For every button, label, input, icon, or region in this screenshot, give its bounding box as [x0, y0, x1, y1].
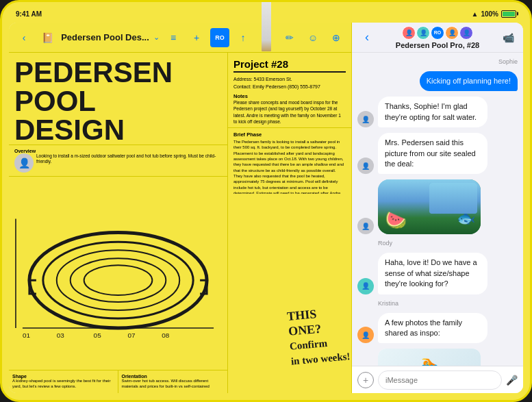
- notes-panel: ‹ 📔 Pedersen Pool Des... ⌄ ≡ + RO ↑ ✂ ✏ …: [9, 23, 352, 393]
- project-address: Address: 5433 Emerson St. Contact: Emily…: [233, 75, 346, 90]
- battery-fill: [503, 12, 515, 16]
- overview-avatar: 👤: [14, 153, 34, 173]
- sender-label-sophie: Sophie: [357, 58, 518, 65]
- message-thanks: 👤 Thanks, Sophie! I'm glad they're optin…: [357, 97, 518, 127]
- svg-point-2: [57, 250, 179, 310]
- battery-percent: 100%: [481, 10, 498, 18]
- screen: ‹ 📔 Pedersen Pool Des... ⌄ ≡ + RO ↑ ✂ ✏ …: [9, 23, 523, 393]
- emoji-icon[interactable]: ☺: [303, 28, 322, 47]
- add-attachment-button[interactable]: +: [357, 372, 374, 388]
- notes-text: Please share concepts and mood board ins…: [233, 99, 346, 124]
- messages-toolbar: ‹ 👤 👤 RO 👤 👤 Pedersen Pool Pro, #28 📹: [352, 23, 523, 53]
- share-icon[interactable]: ↑: [233, 28, 253, 47]
- attachment-thumbnail: 🏊: [378, 349, 481, 366]
- watermelon-emoji: 🍉: [385, 210, 407, 231]
- pool-title-line3: DESIGN: [14, 116, 222, 145]
- shape-text: A kidney-shaped pool is seemingly the be…: [12, 379, 114, 390]
- svg-text:07: 07: [127, 331, 136, 339]
- wifi-icon: ▲: [472, 10, 479, 18]
- bubble-thanks: Thanks, Sophie! I'm glad they're opting …: [378, 97, 487, 127]
- avatar-3: 👤: [445, 26, 459, 40]
- ro-badge: RO: [210, 28, 229, 47]
- notebook-icon[interactable]: 📔: [38, 28, 57, 47]
- messages-back-button[interactable]: ‹: [357, 28, 377, 47]
- input-bar: + 🎤: [352, 366, 523, 393]
- avatar-kristina: 👤: [357, 327, 374, 343]
- messages-group-title: Pedersen Pool Pro, #28: [396, 41, 479, 49]
- apple-pencil: [262, 0, 271, 51]
- notes-toolbar: ‹ 📔 Pedersen Pool Des... ⌄ ≡ + RO ↑ ✂ ✏ …: [9, 23, 351, 53]
- more-icon[interactable]: ⊕: [327, 28, 346, 47]
- svg-text:08: 08: [162, 331, 170, 339]
- messages-panel: ‹ 👤 👤 RO 👤 👤 Pedersen Pool Pro, #28 📹: [352, 23, 523, 393]
- bubble-pedersen: Mrs. Pedersen said this picture from our…: [378, 133, 487, 174]
- status-time: 9:41 AM: [16, 10, 42, 18]
- svg-point-1: [43, 242, 193, 318]
- message-image: 👤 🍉 🐟: [357, 179, 518, 234]
- sender-label-rody: Rody: [378, 240, 518, 247]
- avatar-4: 👤: [459, 26, 473, 40]
- messages-title-area: 👤 👤 RO 👤 👤 Pedersen Pool Pro, #28: [379, 26, 496, 49]
- svg-text:01: 01: [23, 331, 31, 339]
- message-pedersen: 👤 Mrs. Pedersen said this picture from o…: [357, 133, 518, 174]
- overview-label: Overview: [14, 149, 222, 153]
- notes-title: Pedersen Pool Des...: [61, 32, 149, 42]
- message-input[interactable]: [378, 370, 502, 390]
- video-call-button[interactable]: 📹: [498, 28, 518, 47]
- pool-illustration: 01 03 05 07 08: [9, 177, 227, 370]
- project-number: Project #28: [233, 58, 346, 73]
- list-icon[interactable]: ≡: [164, 28, 183, 47]
- bubble-kristina: A few photos the family shared as inspo:: [378, 313, 487, 344]
- avatar-image: 👤: [357, 218, 374, 234]
- avatar-1: 👤: [402, 26, 416, 40]
- microphone-icon[interactable]: 🎤: [506, 375, 518, 386]
- marker-icon[interactable]: ✏: [280, 28, 299, 47]
- pool-title-line2: POOL: [14, 87, 222, 116]
- sender-label-kristina: Kristina: [378, 300, 518, 307]
- svg-point-4: [84, 265, 153, 295]
- avatar-incoming-1: 👤: [357, 111, 374, 127]
- avatar-2: 👤: [416, 26, 430, 40]
- pool-title-line1: PEDERSEN: [14, 58, 222, 87]
- avatar-incoming-2: 👤: [357, 158, 374, 174]
- notes-label: Notes: [233, 93, 346, 99]
- ipad-frame: 9:41 AM ▲ 100% ‹ 📔 Pedersen Pool Des... …: [0, 0, 532, 402]
- brief-phase-label: Brief Phase: [233, 131, 346, 138]
- ro-avatar: RO: [431, 26, 444, 40]
- bubble-rody: Haha, love it! Do we have a sense of wha…: [378, 253, 487, 294]
- svg-text:03: 03: [57, 331, 65, 339]
- shape-label: Shape: [12, 374, 114, 379]
- orientation-text: Swim-over hot tub access. Will discuss d…: [122, 379, 225, 390]
- overview-text: Looking to install a m-sized outdoor sal…: [36, 153, 222, 165]
- bubble-kicking-off: Kicking off planning here!: [420, 71, 518, 91]
- image-bubble[interactable]: 🍉 🐟: [378, 179, 481, 234]
- chevron-icon[interactable]: ⌄: [153, 33, 160, 42]
- message-kicking-off: Kicking off planning here!: [357, 71, 518, 91]
- pool-image: 🍉 🐟: [378, 179, 481, 234]
- brief-phase-text: The Pedersen family is looking to instal…: [233, 139, 346, 194]
- attachment-bubble[interactable]: 🏊 12 Photos (9 Saved): [378, 349, 481, 366]
- svg-text:05: 05: [94, 331, 102, 339]
- avatar-rody: 👤: [357, 278, 374, 294]
- notes-content: PEDERSEN POOL DESIGN Overview 👤 Looking …: [9, 53, 351, 393]
- battery-icon: [501, 10, 516, 18]
- message-kristina: 👤 A few photos the family shared as insp…: [357, 313, 518, 344]
- message-rody: 👤 Haha, love it! Do we have a sense of w…: [357, 253, 518, 294]
- add-icon[interactable]: +: [187, 28, 206, 47]
- message-attachment: 👤 🏊 12 Photos (9 Saved): [357, 349, 518, 366]
- back-button[interactable]: ‹: [14, 28, 34, 47]
- pool-area: [429, 183, 477, 214]
- avatar-group: 👤 👤 RO 👤 👤: [402, 26, 473, 40]
- messages-list[interactable]: Sophie Kicking off planning here! 👤 Than…: [352, 53, 523, 366]
- status-right: ▲ 100%: [472, 10, 516, 18]
- handwriting-overlay: THISONE?Confirmin two weeks!: [287, 304, 351, 368]
- orientation-label: Orientation: [122, 374, 225, 379]
